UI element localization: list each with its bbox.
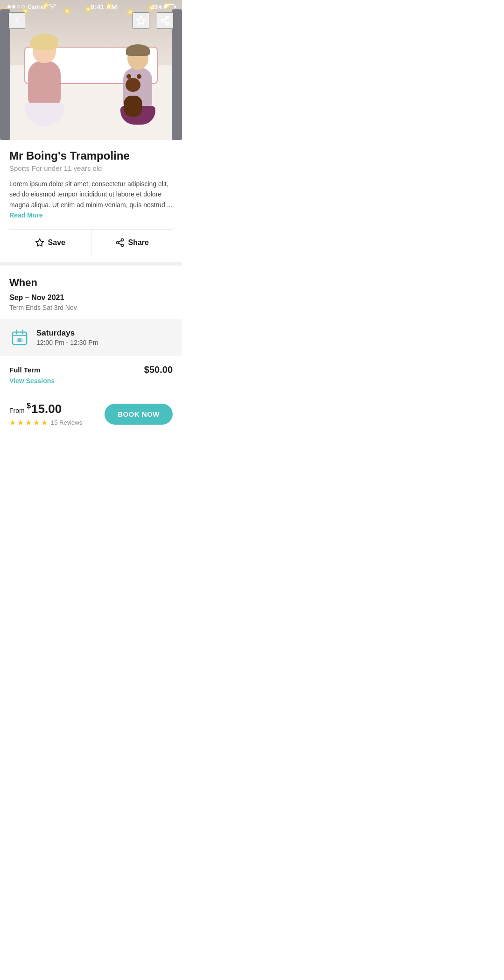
svg-line-11: [119, 240, 121, 242]
view-sessions-link[interactable]: View Sessions: [0, 377, 182, 394]
event-title: Mr Boing's Trampoline: [9, 149, 173, 162]
carrier-label: Carrier: [28, 4, 46, 10]
star-5: ★: [41, 418, 48, 427]
from-price: From $15.00 ★ ★ ★ ★ ★ 15 Reviews: [9, 402, 82, 427]
read-more-link[interactable]: Read More: [9, 211, 43, 219]
event-description: Lorem ipsum dolor sit amet, consectetur …: [9, 179, 173, 221]
main-info: Mr Boing's Trampoline Sports For under 1…: [0, 140, 182, 262]
dot-2: [12, 5, 15, 8]
section-divider: [0, 262, 182, 266]
svg-point-16: [18, 338, 21, 341]
star-1: ★: [9, 418, 16, 427]
wifi-icon: [49, 4, 56, 10]
date-range: Sep – Nov 2021: [9, 294, 173, 302]
child1-head: [33, 37, 56, 63]
description-text: Lorem ipsum dolor sit amet, consectetur …: [9, 180, 172, 209]
calendar-svg: [11, 329, 28, 346]
svg-marker-0: [137, 16, 145, 24]
share-label: Share: [128, 238, 149, 247]
dot-4: [21, 5, 25, 8]
stars-row: ★ ★ ★ ★ ★ 15 Reviews: [9, 418, 82, 427]
share-hero-button[interactable]: [157, 12, 174, 29]
bed-frame-right: [172, 9, 182, 140]
term-end: Term Ends Sat 3rd Nov: [9, 304, 173, 311]
hero-image: [0, 0, 182, 140]
hero-nav-right: [133, 12, 174, 29]
bear-ear-left: [126, 74, 131, 79]
bed-frame-left: [0, 9, 10, 140]
status-right: 20%: [151, 4, 175, 10]
pricing-row: Full Term $50.00: [0, 356, 182, 377]
schedule-day: Saturdays: [36, 329, 98, 338]
battery-percent: 20%: [151, 4, 162, 10]
bear-ear-right: [137, 74, 141, 79]
status-bar: Carrier 9:41 AM 20%: [0, 0, 182, 13]
dot-3: [17, 5, 20, 8]
save-hero-button[interactable]: [133, 12, 149, 29]
signal-dots: [7, 5, 25, 8]
star-3: ★: [25, 418, 32, 427]
bottom-bar: From $15.00 ★ ★ ★ ★ ★ 15 Reviews BOOK NO…: [0, 394, 182, 438]
schedule-info: Saturdays 12:00 Pm - 12:30 Pm: [36, 329, 98, 346]
save-button[interactable]: Save: [9, 230, 91, 256]
content: Mr Boing's Trampoline Sports For under 1…: [0, 140, 182, 438]
schedule-card: Saturdays 12:00 Pm - 12:30 Pm: [0, 319, 182, 356]
svg-rect-12: [13, 332, 27, 344]
status-left: Carrier: [7, 4, 56, 10]
save-label: Save: [48, 238, 65, 247]
star-icon: [35, 238, 44, 247]
svg-line-5: [164, 18, 167, 20]
star-2: ★: [17, 418, 24, 427]
bear-ears: [126, 74, 141, 79]
calendar-icon: [9, 327, 30, 348]
star-4: ★: [33, 418, 40, 427]
child2-hair: [126, 44, 150, 56]
child2-head: [127, 47, 148, 70]
share-icon: [115, 238, 125, 247]
pricing-amount: $50.00: [144, 364, 173, 375]
child1-hair: [30, 34, 58, 50]
bear-toy: [121, 82, 145, 110]
from-amount: $15.00: [27, 402, 62, 416]
bear-body: [124, 96, 142, 117]
bear-head: [126, 78, 140, 92]
when-title: When: [9, 277, 173, 289]
when-section: When Sep – Nov 2021 Term Ends Sat 3rd No…: [0, 266, 182, 319]
battery-icon: [164, 4, 175, 9]
share-button[interactable]: Share: [91, 230, 173, 256]
event-subtitle: Sports For under 11 years old: [9, 164, 173, 172]
reviews-count: 15 Reviews: [51, 419, 82, 426]
back-button[interactable]: [8, 12, 25, 29]
child1: [23, 37, 65, 112]
action-bar: Save Share: [9, 229, 173, 256]
pricing-label: Full Term: [9, 366, 40, 374]
currency-symbol: $: [27, 402, 31, 410]
svg-line-10: [119, 243, 121, 245]
battery-fill: [165, 5, 167, 8]
child1-body: [28, 61, 61, 107]
svg-line-4: [164, 21, 167, 23]
status-time: 9:41 AM: [91, 3, 117, 11]
from-price-row: From $15.00: [9, 402, 82, 416]
from-label: From: [9, 407, 25, 414]
svg-marker-6: [35, 238, 43, 246]
book-now-button[interactable]: BOOK NOW: [105, 404, 173, 425]
hero-nav: [0, 12, 182, 29]
price-amount: 15.00: [31, 402, 62, 416]
dot-1: [7, 5, 11, 8]
schedule-time: 12:00 Pm - 12:30 Pm: [36, 339, 98, 346]
